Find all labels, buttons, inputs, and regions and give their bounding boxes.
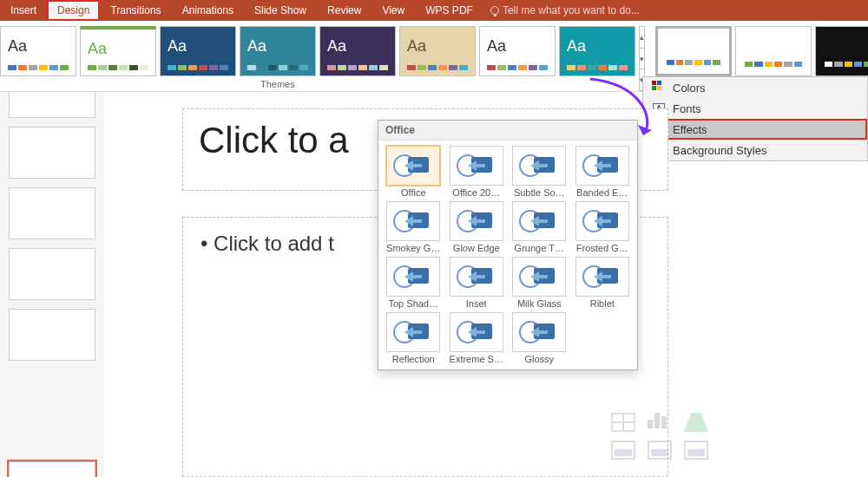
svg-rect-0 [652,81,656,85]
menu-item-label: Colors [673,82,706,95]
tab-insert[interactable]: Insert [0,0,47,21]
effect-option[interactable]: Office [384,146,444,198]
effect-option[interactable]: Riblet [573,257,633,309]
theme-thumb[interactable]: Aa [0,26,76,76]
design-menu-colors[interactable]: Colors [643,77,867,98]
effect-option[interactable]: Reflection [384,312,444,364]
effect-thumb-icon [450,257,503,297]
effect-label: Frosted G… [573,243,633,253]
tab-review[interactable]: Review [317,0,372,21]
content-placeholder-icons [611,413,712,460]
effect-thumb-icon [575,257,629,297]
insert-chart-icon[interactable] [648,413,672,432]
effect-option[interactable]: Smokey G… [384,201,444,253]
effects-gallery-popup: Office OfficeOffice 20…Subtle So…Banded … [378,120,638,370]
slide-thumbnail[interactable] [9,127,95,179]
effect-label: Milk Glass [510,298,569,309]
effect-option[interactable]: Inset [447,257,507,309]
theme-thumb[interactable]: Aa [80,26,156,76]
theme-thumb[interactable]: Aa [399,26,476,76]
tab-view[interactable]: View [372,0,415,21]
svg-rect-2 [652,86,656,90]
tab-slideshow[interactable]: Slide Show [244,0,317,21]
variant-thumb[interactable] [655,26,732,76]
effect-thumb-icon [512,257,566,297]
insert-video-icon[interactable] [684,441,708,460]
theme-scroll-down[interactable]: ▾ [640,49,644,70]
effect-thumb-icon [575,201,629,241]
tab-wpspdf[interactable]: WPS PDF [415,0,483,21]
svg-rect-3 [657,86,661,90]
slide-thumbnail-pane [0,92,104,477]
effect-thumb-icon [512,312,566,352]
effect-option[interactable]: Extreme S… [447,312,507,364]
effect-option[interactable]: Glow Edge [447,201,507,253]
slide-thumbnail[interactable] [9,92,95,118]
variant-thumb[interactable] [815,26,868,76]
effect-label: Extreme S… [447,354,507,364]
effect-label: Subtle So… [510,187,569,198]
tell-me-search[interactable]: Tell me what you want to do... [483,0,647,21]
effect-label: Grunge T… [510,243,569,253]
effect-label: Smokey G… [384,243,444,253]
slide-thumbnail[interactable] [9,187,95,239]
effect-option[interactable]: Subtle So… [510,146,569,198]
effect-thumb-icon [450,201,503,241]
effect-option[interactable]: Milk Glass [510,257,569,309]
theme-thumb[interactable]: Aa [160,26,236,76]
effect-thumb-icon [386,312,440,352]
svg-rect-1 [657,81,661,85]
effect-option[interactable]: Office 20… [447,146,507,198]
slide-thumbnail[interactable] [9,248,95,300]
theme-thumb[interactable]: Aa [319,26,396,76]
effect-thumb-icon [575,146,629,186]
theme-scroll-up[interactable]: ▴ [640,27,644,49]
tab-transitions[interactable]: Transitions [100,0,171,21]
effect-thumb-icon [386,146,440,186]
effect-thumb-icon [450,146,503,186]
insert-picture-icon[interactable] [611,441,635,460]
theme-gallery: AaAaAaAaAaAaAaAa [0,21,639,91]
slide-thumbnail[interactable] [9,309,95,361]
tab-design[interactable]: Design [47,0,100,21]
effect-label: Inset [447,298,507,309]
effect-label: Reflection [384,354,444,364]
theme-thumb[interactable]: Aa [479,26,556,76]
tab-animations[interactable]: Animations [172,0,244,21]
effect-option[interactable]: Glossy [510,312,569,364]
effect-option[interactable]: Banded E… [573,146,633,198]
slide-thumbnail[interactable] [9,461,95,477]
themes-group-label: Themes [260,79,295,89]
colors-icon [652,81,666,95]
insert-smartart-icon[interactable] [684,413,708,432]
effect-thumb-icon [386,257,440,297]
effect-label: Riblet [573,298,633,309]
insert-online-picture-icon[interactable] [648,441,672,460]
effect-thumb-icon [512,201,566,241]
effect-thumb-icon [386,201,440,241]
theme-thumb[interactable]: Aa [559,26,635,76]
effect-label: Top Shad… [384,298,444,309]
effect-label: Glossy [510,354,569,364]
effect-label: Office [384,187,444,198]
insert-table-icon[interactable] [611,413,635,432]
tell-me-placeholder: Tell me what you want to do... [503,4,640,16]
lightbulb-icon [490,6,499,15]
effect-label: Banded E… [573,187,633,198]
effect-thumb-icon [450,312,503,352]
effect-thumb-icon [512,146,566,186]
effect-option[interactable]: Top Shad… [384,257,444,309]
effects-gallery-header: Office [378,121,637,140]
effect-option[interactable]: Grunge T… [510,201,569,253]
variant-thumb[interactable] [735,26,812,76]
ribbon-tabs: Insert Design Transitions Animations Sli… [0,0,868,21]
effect-option[interactable]: Frosted G… [573,201,633,253]
theme-thumb[interactable]: Aa [240,26,316,76]
effect-label: Glow Edge [447,243,507,253]
effect-label: Office 20… [447,187,507,198]
